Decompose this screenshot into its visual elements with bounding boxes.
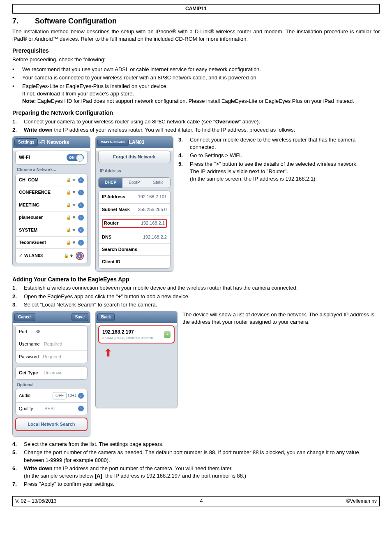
- chevron-right-icon[interactable]: ›: [78, 393, 84, 399]
- local-network-search-button[interactable]: Local Network Search: [15, 418, 88, 431]
- net-meeting[interactable]: MEETING🔒ᯤ›: [16, 199, 87, 211]
- dns-value: 192.168.2.2: [143, 234, 167, 240]
- net-chcom[interactable]: CH_COM🔒ᯤ›: [16, 174, 87, 186]
- adding-heading: Adding Your Camera to the EagleEyes App: [12, 276, 380, 284]
- adding-step-2: Open the EagleEyes app and click the "+"…: [24, 293, 380, 300]
- password-field[interactable]: Required: [43, 354, 61, 360]
- ip-address-group-label: IP Address: [96, 166, 173, 175]
- nav-back-settings[interactable]: Settings: [14, 138, 38, 146]
- device-form-panel: Cancel Save Port88 UsernameRequired Pass…: [12, 311, 90, 436]
- search-result-panel: Back 192.168.2.197 IPCAM (FIXED) 00:0e:5…: [95, 311, 178, 408]
- step-1: Connect your camera to your wireless rou…: [24, 118, 380, 125]
- device-list-item[interactable]: 192.168.2.197 IPCAM (FIXED) 00:0e:53:1e:…: [98, 325, 175, 343]
- step-4: Go to Settings > WiFi.: [190, 152, 380, 159]
- net-conference[interactable]: CONFERENCE🔒ᯤ›: [16, 186, 87, 199]
- net-system[interactable]: SYSTEM🔒ᯤ›: [16, 224, 87, 237]
- step-num-1: 1.: [12, 118, 24, 125]
- adding-step-3: Select "Local Network Search" to search …: [24, 301, 380, 309]
- adding-step-1: Establish a wireless connection between …: [24, 284, 380, 292]
- username-label: Username: [19, 341, 40, 347]
- wifi-toggle[interactable]: ON: [67, 154, 84, 161]
- wifi-detail-panel: Wi-Fi Networks WLAN03 Forget this Networ…: [95, 136, 173, 272]
- step-2: Write down the IP address of your wirele…: [24, 126, 380, 134]
- username-field[interactable]: Required: [44, 341, 62, 347]
- adding-step-7: Press "Apply" to confirm your settings.: [24, 480, 380, 488]
- audio-label: Audio: [19, 392, 30, 399]
- prereq-item-1: We recommend that you use your own ADSL …: [22, 66, 380, 73]
- device-ip: 192.168.2.197: [102, 329, 153, 336]
- port-value[interactable]: 88: [35, 329, 40, 335]
- search-domains-label: Search Domains: [102, 246, 137, 253]
- mask-label: Subnet Mask: [102, 207, 130, 213]
- nav-title-wifi: Wi-Fi Networks: [34, 139, 69, 146]
- step-5: Press the ">" button to see the details …: [190, 160, 380, 183]
- ip-value: 192.168.2.101: [138, 194, 167, 200]
- prereq-item-2: Your camera is connected to your wireles…: [22, 74, 380, 81]
- footer-left: V. 02 – 13/06/2013: [15, 498, 56, 505]
- ip-label: IP Address: [102, 194, 125, 200]
- adding-side-text: The device will show a list of devices o…: [182, 311, 380, 326]
- quality-value: BEST: [44, 406, 56, 412]
- step-num-2: 2.: [12, 126, 24, 134]
- router-value: 192.168.2.1: [141, 220, 165, 226]
- audio-off[interactable]: OFF: [53, 392, 67, 399]
- section-heading: 7. Software Configuration: [12, 16, 380, 26]
- password-label: Password: [19, 354, 39, 360]
- check-icon: ✓: [19, 253, 23, 258]
- audio-ch: CH1: [68, 392, 77, 399]
- wifi-label: Wi-Fi: [19, 154, 30, 160]
- wifi-networks-panel: Settings Wi-Fi Networks Wi-Fi ON Choose …: [12, 136, 90, 266]
- chevron-right-icon[interactable]: ›: [78, 177, 84, 183]
- gettype-value[interactable]: Unknown: [44, 370, 62, 376]
- gettype-label: Get Type: [19, 370, 38, 376]
- seg-static[interactable]: Static: [146, 178, 170, 188]
- adding-step-5: Change the port number of the camera as …: [24, 449, 380, 464]
- prereq-lead: Before proceeding, check the following:: [12, 56, 380, 63]
- save-button[interactable]: Save: [71, 313, 88, 321]
- wifi-icon: ᯤ: [72, 177, 77, 183]
- lock-icon: 🔒: [66, 177, 71, 183]
- seg-bootp[interactable]: BootP: [122, 178, 146, 188]
- footer-center: 4: [200, 498, 203, 505]
- chevron-right-icon[interactable]: ›: [164, 331, 171, 338]
- adding-step-4: Select the camera from the list. The set…: [24, 441, 380, 448]
- forget-network-button[interactable]: Forget this Network: [98, 151, 171, 163]
- client-id-label: Client ID: [102, 259, 120, 265]
- seg-dhcp[interactable]: DHCP: [99, 178, 122, 188]
- nav-back-wifi[interactable]: Wi-Fi Networks: [97, 139, 129, 146]
- header-product: CAMIP11: [12, 4, 380, 14]
- footer-right: ©Velleman nv: [346, 498, 377, 505]
- prep-heading: Preparing the Network Configuration: [12, 109, 380, 117]
- step-3: Connect your mobile device to the wirele…: [190, 136, 380, 151]
- port-label: Port: [19, 329, 27, 335]
- mask-value: 255.255.255.0: [138, 207, 167, 213]
- page-footer: V. 02 – 13/06/2013 4 ©Velleman nv: [12, 496, 380, 506]
- intro-paragraph: The installation method below describes …: [12, 28, 380, 43]
- adding-step-6: Write down the IP address and the port n…: [24, 465, 380, 480]
- net-tecomguest[interactable]: TecomGuest🔒ᯤ›: [16, 237, 87, 249]
- prereq-item-3: EagleEyes-Lite or EagleEyes-Plus is inst…: [22, 83, 380, 105]
- up-arrow-icon: ⬆: [104, 346, 177, 360]
- net-wlan03[interactable]: ✓WLAN03🔒ᯤ›: [16, 249, 87, 262]
- net-planexuser[interactable]: planexuser🔒ᯤ›: [16, 211, 87, 224]
- cancel-button[interactable]: Cancel: [14, 313, 35, 321]
- router-label: Router: [104, 220, 118, 226]
- device-sub: IPCAM (FIXED) 00:0e:53:1e:0e:2b: [102, 336, 153, 340]
- quality-label: Quality: [19, 406, 33, 412]
- section-number: 7.: [12, 16, 33, 26]
- section-title: Software Configuration: [35, 17, 117, 25]
- chevron-right-icon[interactable]: ›: [78, 406, 84, 411]
- prereq-heading: Prerequisites: [12, 47, 380, 55]
- ip-mode-segment[interactable]: DHCP BootP Static: [98, 177, 171, 188]
- choose-network-label: Choose a Network...: [13, 165, 90, 174]
- chevron-highlight-icon[interactable]: ›: [77, 253, 83, 259]
- optional-label: Optional: [13, 380, 90, 389]
- dns-label: DNS: [102, 234, 111, 240]
- back-button[interactable]: Back: [97, 313, 115, 321]
